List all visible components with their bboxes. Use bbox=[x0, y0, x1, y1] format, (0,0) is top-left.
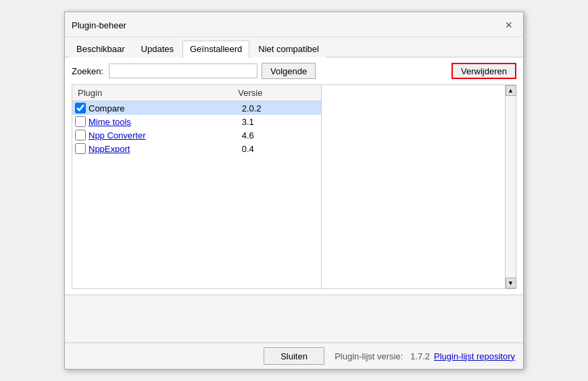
scrollbar: ▲ ▼ bbox=[505, 85, 516, 288]
table-header: Plugin Versie bbox=[72, 85, 321, 101]
title-bar: Plugin-beheer ✕ bbox=[65, 12, 523, 37]
tab-geinstalleerd[interactable]: Geïnstalleerd bbox=[182, 41, 249, 57]
search-next-button[interactable]: Volgende bbox=[262, 63, 316, 79]
scroll-up-button[interactable]: ▲ bbox=[506, 85, 516, 96]
footer-right: Plugin-lijst versie: 1.7.2 Plugin-lijst … bbox=[324, 351, 515, 361]
row-checkbox-nppconverter[interactable] bbox=[75, 130, 86, 141]
search-input[interactable] bbox=[109, 63, 258, 78]
row-name-mime[interactable]: Mime tools bbox=[89, 117, 242, 127]
main-content: Zoeken: Volgende Verwijderen Plugin Vers… bbox=[65, 57, 523, 295]
table-row[interactable]: Compare 2.0.2 bbox=[72, 101, 321, 115]
tab-beschikbaar[interactable]: Beschikbaar bbox=[69, 41, 132, 57]
remove-button[interactable]: Verwijderen bbox=[451, 63, 516, 79]
close-icon[interactable]: ✕ bbox=[501, 18, 516, 32]
search-row: Zoeken: Volgende Verwijderen bbox=[72, 63, 516, 79]
row-name-nppconverter[interactable]: Npp Converter bbox=[89, 130, 242, 141]
row-name-nppexport[interactable]: NppExport bbox=[89, 144, 242, 154]
tab-niet-compatibel[interactable]: Niet compatibel bbox=[251, 41, 326, 57]
table-row[interactable]: Mime tools 3.1 bbox=[72, 115, 321, 128]
tab-bar: Beschikbaar Updates Geïnstalleerd Niet c… bbox=[65, 37, 523, 57]
main-area: Plugin Versie Compare 2.0.2 Mime tools 3… bbox=[72, 84, 516, 289]
row-checkbox-mime[interactable] bbox=[75, 116, 86, 127]
row-checkbox-nppexport[interactable] bbox=[75, 143, 86, 154]
bottom-detail bbox=[65, 295, 523, 343]
detail-area: ▲ ▼ bbox=[322, 84, 516, 289]
col-version-header: Versie bbox=[235, 86, 318, 99]
row-version-nppexport: 0.4 bbox=[242, 144, 318, 154]
dialog-title: Plugin-beheer bbox=[72, 20, 126, 30]
row-version-mime: 3.1 bbox=[242, 117, 318, 127]
scroll-down-button[interactable]: ▼ bbox=[506, 278, 516, 288]
plugin-list-repo-link[interactable]: Plugin-lijst repository bbox=[434, 351, 515, 361]
bottom-actions: Sluiten Plugin-lijst versie: 1.7.2 Plugi… bbox=[65, 343, 523, 369]
row-checkbox-compare[interactable] bbox=[75, 103, 86, 113]
dialog: Plugin-beheer ✕ Beschikbaar Updates Geïn… bbox=[64, 11, 524, 370]
tab-updates[interactable]: Updates bbox=[134, 41, 181, 57]
table-row[interactable]: NppExport 0.4 bbox=[72, 142, 321, 155]
plugin-table: Plugin Versie Compare 2.0.2 Mime tools 3… bbox=[72, 84, 322, 289]
row-name-compare: Compare bbox=[89, 103, 242, 113]
row-version-compare: 2.0.2 bbox=[242, 103, 318, 113]
search-label: Zoeken: bbox=[72, 66, 103, 76]
plugin-list-version-label: Plugin-lijst versie: 1.7.2 bbox=[335, 351, 430, 361]
bottom-section: Sluiten Plugin-lijst versie: 1.7.2 Plugi… bbox=[65, 295, 523, 369]
row-version-nppconverter: 4.6 bbox=[242, 130, 318, 141]
col-plugin-header: Plugin bbox=[75, 86, 235, 99]
close-main-button[interactable]: Sluiten bbox=[264, 347, 324, 365]
table-body: Compare 2.0.2 Mime tools 3.1 Npp Convert… bbox=[72, 101, 321, 288]
scroll-track bbox=[506, 96, 516, 278]
table-row[interactable]: Npp Converter 4.6 bbox=[72, 128, 321, 142]
